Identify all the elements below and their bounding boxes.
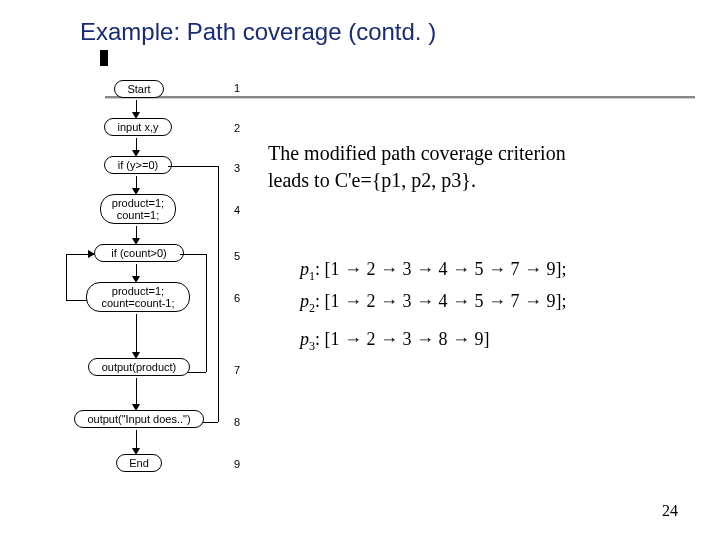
p2-expr: : [1 → 2 → 3 → 4 → 5 → 7 → 9] bbox=[315, 291, 562, 311]
arrow-8-9 bbox=[136, 430, 137, 450]
arrow-3-8-h bbox=[168, 166, 218, 167]
node-num-9: 9 bbox=[234, 458, 240, 470]
path-p1: p1: [1 → 2 → 3 → 4 → 5 → 7 → 9]; bbox=[300, 254, 567, 286]
arrow-7-8 bbox=[136, 378, 137, 406]
node-output-product: output(product) bbox=[88, 358, 190, 376]
flowchart: Start 1 input x,y 2 if (y>=0) 3 product=… bbox=[64, 76, 244, 516]
node-input: input x,y bbox=[104, 118, 172, 136]
body-line-1: The modified path coverage criterion bbox=[268, 140, 668, 167]
path-p3: p3: [1 → 2 → 3 → 8 → 9] bbox=[300, 324, 567, 356]
arrow-3-8-v bbox=[218, 166, 219, 422]
slide-title: Example: Path coverage (contd. ) bbox=[80, 18, 436, 46]
node-num-5: 5 bbox=[234, 250, 240, 262]
node-num-4: 4 bbox=[234, 204, 240, 216]
p1-semi: ; bbox=[562, 259, 567, 279]
p1-label: p bbox=[300, 259, 309, 279]
arrow-6-7 bbox=[136, 314, 137, 354]
p2-label: p bbox=[300, 291, 309, 311]
node-loop-body: product=1; count=count-1; bbox=[86, 282, 190, 312]
loop-5-ah bbox=[88, 250, 95, 258]
node-num-7: 7 bbox=[234, 364, 240, 376]
node-start: Start bbox=[114, 80, 164, 98]
node-end: End bbox=[116, 454, 162, 472]
node-num-6: 6 bbox=[234, 292, 240, 304]
body-line-2: leads to C'e={p1, p2, p3}. bbox=[268, 167, 668, 194]
p2-semi: ; bbox=[562, 291, 567, 311]
node-num-2: 2 bbox=[234, 122, 240, 134]
p1-expr: : [1 → 2 → 3 → 4 → 5 → 7 → 9] bbox=[315, 259, 562, 279]
node-num-3: 3 bbox=[234, 162, 240, 174]
path-list: p1: [1 → 2 → 3 → 4 → 5 → 7 → 9]; p2: [1 … bbox=[300, 254, 567, 356]
node-if-y: if (y>=0) bbox=[104, 156, 172, 174]
node-num-1: 1 bbox=[234, 82, 240, 94]
slide: Example: Path coverage (contd. ) Start 1… bbox=[0, 0, 720, 540]
p3-expr: : [1 → 2 → 3 → 8 → 9] bbox=[315, 329, 490, 349]
arrow-5-7-v bbox=[206, 254, 207, 372]
node-num-8: 8 bbox=[234, 416, 240, 428]
node-init: product=1; count=1; bbox=[100, 194, 176, 224]
page-number: 24 bbox=[662, 502, 678, 520]
title-tick bbox=[100, 50, 108, 66]
arrow-5-7-h bbox=[180, 254, 206, 255]
p3-label: p bbox=[300, 329, 309, 349]
loop-v bbox=[66, 254, 67, 300]
node-if-count: if (count>0) bbox=[94, 244, 184, 262]
body-text: The modified path coverage criterion lea… bbox=[268, 140, 668, 194]
loop-6-out bbox=[66, 300, 88, 301]
path-p2: p2: [1 → 2 → 3 → 4 → 5 → 7 → 9]; bbox=[300, 286, 567, 318]
node-output-msg: output("Input does..") bbox=[74, 410, 204, 428]
